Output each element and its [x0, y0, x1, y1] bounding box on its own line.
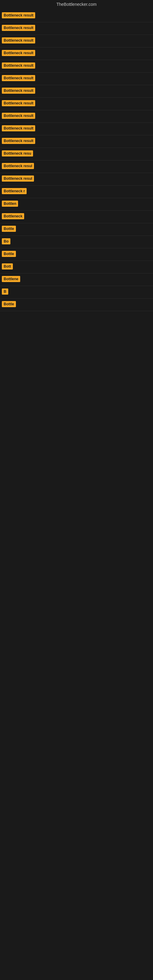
- list-item: Bottleneck result: [0, 85, 153, 98]
- bottleneck-result-badge[interactable]: Bott: [2, 263, 13, 269]
- list-item: Bottleneck result: [0, 22, 153, 35]
- bottleneck-result-badge[interactable]: Bottleneck result: [2, 50, 35, 56]
- list-item: Bottleneck result: [0, 48, 153, 60]
- bottleneck-result-badge[interactable]: Bottle: [2, 251, 16, 257]
- list-item: Bottleneck resu: [0, 148, 153, 161]
- list-item: Bottle: [0, 248, 153, 261]
- bottleneck-result-badge[interactable]: Bo: [2, 238, 10, 244]
- bottleneck-result-badge[interactable]: Bottleneck: [2, 213, 24, 219]
- list-item: Bottleneck result: [0, 35, 153, 48]
- list-item: Bott: [0, 261, 153, 274]
- bottleneck-result-badge[interactable]: Bottleneck r: [2, 188, 27, 194]
- list-item: Bottleneck result: [0, 60, 153, 73]
- list-item: Bottlen: [0, 198, 153, 211]
- list-item: Bottleneck result: [0, 98, 153, 110]
- bottleneck-result-badge[interactable]: Bottle: [2, 301, 16, 307]
- bottleneck-result-badge[interactable]: Bottleneck result: [2, 62, 35, 68]
- bottleneck-result-badge[interactable]: Bottleneck result: [2, 138, 35, 144]
- list-item: Bottleneck result: [0, 10, 153, 22]
- bottleneck-result-badge[interactable]: Bottleneck result: [2, 75, 35, 81]
- list-item: Bo: [0, 236, 153, 248]
- bottleneck-result-badge[interactable]: Bottleneck result: [2, 25, 35, 31]
- site-title: TheBottlenecker.com: [0, 0, 153, 10]
- list-item: Bottleneck result: [0, 123, 153, 135]
- bottleneck-result-badge[interactable]: Bottleneck result: [2, 88, 35, 94]
- list-item: Bottleneck resul: [0, 161, 153, 173]
- list-item: Bottle: [0, 299, 153, 311]
- bottleneck-result-badge[interactable]: Bottlene: [2, 276, 20, 282]
- bottleneck-result-badge[interactable]: Bottlen: [2, 200, 18, 207]
- list-item: Bottle: [0, 223, 153, 236]
- bottleneck-result-badge[interactable]: Bottleneck result: [2, 125, 35, 131]
- list-item: Bottleneck result: [0, 73, 153, 85]
- list-item: Bottlene: [0, 274, 153, 286]
- list-item: Bottleneck result: [0, 110, 153, 123]
- bottleneck-result-badge[interactable]: Bottleneck resul: [2, 175, 34, 181]
- bottleneck-result-badge[interactable]: Bottleneck resul: [2, 163, 34, 169]
- list-item: B: [0, 286, 153, 299]
- bottleneck-result-badge[interactable]: B: [2, 288, 8, 294]
- bottleneck-result-badge[interactable]: Bottleneck result: [2, 100, 35, 106]
- list-item: Bottleneck r: [0, 186, 153, 198]
- list-item: Bottleneck result: [0, 135, 153, 148]
- list-item: Bottleneck: [0, 211, 153, 223]
- bottleneck-result-badge[interactable]: Bottleneck result: [2, 113, 35, 119]
- list-item: Bottleneck resul: [0, 173, 153, 186]
- bottleneck-result-badge[interactable]: Bottleneck result: [2, 12, 35, 18]
- bottleneck-result-badge[interactable]: Bottleneck resu: [2, 150, 33, 156]
- bottleneck-result-badge[interactable]: Bottle: [2, 226, 16, 232]
- bottleneck-result-badge[interactable]: Bottleneck result: [2, 37, 35, 43]
